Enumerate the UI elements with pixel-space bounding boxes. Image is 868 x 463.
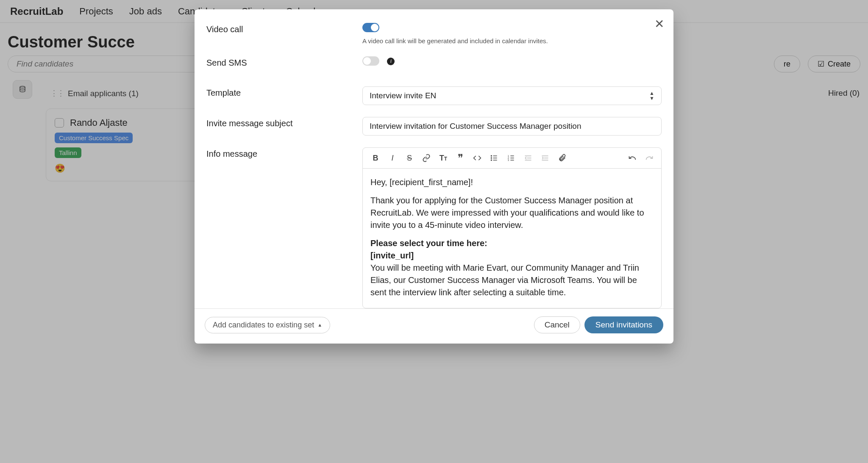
undo-icon[interactable] [624,150,641,166]
ordered-list-icon[interactable]: 123 [503,150,520,166]
editor-p1: Thank you for applying for the Customer … [370,194,654,231]
editor-invite-url: [invite_url] [370,251,414,260]
italic-icon[interactable]: I [384,150,401,166]
template-select[interactable]: Interview invite EN ▲▼ [362,86,662,105]
text-size-icon[interactable]: TT [435,150,452,166]
svg-point-5 [491,158,492,158]
chevron-updown-icon: ▲▼ [649,91,654,101]
video-call-hint: A video call link will be generated and … [362,37,662,44]
editor-greeting: Hey, [recipient_first_name]! [370,176,654,189]
quote-icon[interactable]: ❞ [452,150,469,166]
close-icon[interactable]: ✕ [654,17,664,31]
info-message-label: Info message [206,147,362,159]
modal-footer: Add candidates to existing set ▲ Cancel … [195,308,673,344]
svg-point-6 [491,160,492,161]
send-sms-toggle[interactable] [362,56,379,66]
editor-bold-line: Please select your time here: [370,238,487,248]
rich-editor: B I S TT ❞ 123 [362,147,662,308]
svg-text:3: 3 [508,159,509,161]
info-icon[interactable]: i [387,58,395,65]
invite-modal: ✕ Video call A video call link will be g… [195,9,673,344]
send-sms-label: Send SMS [206,56,362,68]
cancel-button[interactable]: Cancel [534,316,580,333]
editor-toolbar: B I S TT ❞ 123 [363,148,661,169]
subject-label: Invite message subject [206,117,362,128]
bold-icon[interactable]: B [367,150,384,166]
video-call-label: Video call [206,23,362,34]
editor-content[interactable]: Hey, [recipient_first_name]! Thank you f… [363,169,661,308]
code-icon[interactable] [469,150,486,166]
link-icon[interactable] [418,150,435,166]
send-invitations-button[interactable]: Send invitations [584,316,663,333]
editor-p2: You will be meeting with Marie Evart, ou… [370,262,654,299]
caret-up-icon: ▲ [317,322,322,327]
svg-point-4 [491,155,492,156]
strike-icon[interactable]: S [401,150,418,166]
redo-icon[interactable] [641,150,658,166]
outdent-icon[interactable] [520,150,537,166]
template-label: Template [206,86,362,98]
video-call-toggle[interactable] [362,23,379,32]
template-value: Interview invite EN [370,91,436,100]
indent-icon[interactable] [537,150,554,166]
bullet-list-icon[interactable] [486,150,503,166]
subject-input[interactable] [362,117,662,136]
add-candidates-button[interactable]: Add candidates to existing set ▲ [205,317,330,333]
attach-icon[interactable] [554,150,570,166]
